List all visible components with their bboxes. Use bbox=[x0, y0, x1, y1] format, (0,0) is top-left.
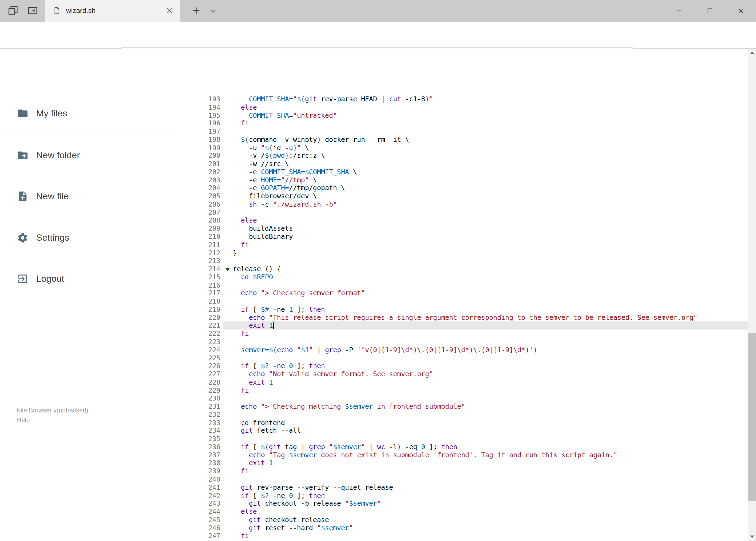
line-number[interactable]: 215 bbox=[194, 273, 223, 281]
line-number[interactable]: 198 bbox=[194, 136, 223, 144]
line-number[interactable]: 203 bbox=[194, 176, 223, 184]
line-number[interactable]: 214 bbox=[194, 265, 223, 273]
line-number[interactable]: 196 bbox=[194, 119, 223, 128]
code-line[interactable] bbox=[223, 337, 748, 346]
code-line[interactable]: git rev-parse --verify --quiet release bbox=[223, 483, 748, 491]
code-line[interactable]: -e COMMIT_SHA=$COMMIT_SHA \ bbox=[223, 168, 748, 176]
line-number[interactable]: 240 bbox=[194, 475, 223, 483]
window-close-button[interactable] bbox=[725, 0, 756, 22]
line-number[interactable]: 202 bbox=[194, 168, 223, 176]
code-line[interactable]: semver=$(echo "$1" | grep -P '^v(0|[1-9]… bbox=[223, 346, 748, 354]
line-number[interactable]: 207 bbox=[194, 208, 223, 216]
window-maximize-button[interactable] bbox=[694, 0, 725, 22]
line-number[interactable]: 216 bbox=[194, 281, 223, 289]
code-line[interactable] bbox=[223, 410, 748, 419]
line-number[interactable]: 225 bbox=[194, 354, 223, 362]
line-number[interactable]: 217 bbox=[194, 289, 223, 297]
line-number[interactable]: 193 bbox=[194, 95, 223, 103]
code-line[interactable]: fi bbox=[223, 532, 748, 540]
code-editor[interactable]: 1931941951961971981992002012022032042052… bbox=[194, 90, 748, 541]
code-line[interactable]: filebrowser/dev \ bbox=[223, 192, 748, 200]
code-line[interactable]: else bbox=[223, 216, 748, 225]
code-line[interactable] bbox=[223, 475, 748, 483]
line-number[interactable]: 244 bbox=[194, 507, 223, 516]
line-number[interactable]: 197 bbox=[194, 128, 223, 136]
line-number[interactable]: 209 bbox=[194, 225, 223, 233]
code-line[interactable]: exit 1 bbox=[223, 459, 748, 467]
line-number[interactable]: 211 bbox=[194, 241, 223, 249]
code-line[interactable]: else bbox=[223, 103, 748, 111]
line-number[interactable]: 232 bbox=[194, 410, 223, 419]
code-line[interactable] bbox=[223, 297, 748, 305]
line-number[interactable]: 195 bbox=[194, 111, 223, 119]
code-line[interactable] bbox=[223, 281, 748, 289]
code-line[interactable]: buildAssets bbox=[223, 225, 748, 233]
line-number[interactable]: 245 bbox=[194, 516, 223, 524]
tab-close-icon[interactable] bbox=[166, 7, 173, 14]
code-line[interactable]: git checkout -b release "$semver" bbox=[223, 499, 748, 507]
line-number[interactable]: 223 bbox=[194, 337, 223, 346]
line-number[interactable]: 208 bbox=[194, 216, 223, 225]
code-line[interactable]: COMMIT_SHA="$(git rev-parse HEAD | cut -… bbox=[223, 95, 748, 103]
code-line[interactable] bbox=[223, 394, 748, 402]
code-line[interactable]: if [ $# -ne 1 ]; then bbox=[223, 305, 748, 313]
line-number[interactable]: 231 bbox=[194, 402, 223, 410]
code-line[interactable] bbox=[223, 257, 748, 265]
code-line[interactable]: -e HOME="//tmp" \ bbox=[223, 176, 748, 184]
code-line[interactable]: -u "$(id -u)" \ bbox=[223, 144, 748, 152]
line-number[interactable]: 227 bbox=[194, 370, 223, 378]
line-number[interactable]: 241 bbox=[194, 483, 223, 491]
line-number[interactable]: 212 bbox=[194, 249, 223, 257]
line-number[interactable]: 238 bbox=[194, 459, 223, 467]
code-line[interactable]: cd $REPO bbox=[223, 273, 748, 281]
code-line[interactable]: fi bbox=[223, 329, 748, 337]
line-number[interactable]: 200 bbox=[194, 152, 223, 160]
sidebar-item-settings[interactable]: Settings bbox=[0, 226, 194, 250]
scrollbar-thumb[interactable] bbox=[748, 333, 756, 501]
line-number[interactable]: 242 bbox=[194, 491, 223, 499]
code-line[interactable] bbox=[223, 208, 748, 216]
sidebar-item-logout[interactable]: Logout bbox=[0, 268, 194, 290]
code-line[interactable]: fi bbox=[223, 241, 748, 249]
code-line[interactable]: fi bbox=[223, 386, 748, 394]
code-line[interactable] bbox=[223, 435, 748, 443]
code-line[interactable]: echo "> Checking matching $semver in fro… bbox=[223, 402, 748, 410]
code-line[interactable]: echo "Tag $semver does not exist in subm… bbox=[223, 451, 748, 459]
tab-preview-chevron-icon[interactable] bbox=[209, 7, 217, 15]
line-number[interactable]: 239 bbox=[194, 467, 223, 475]
line-number[interactable]: 213 bbox=[194, 257, 223, 265]
line-number[interactable]: 226 bbox=[194, 362, 223, 370]
line-number[interactable]: 220 bbox=[194, 313, 223, 322]
code-line[interactable]: buildBinary bbox=[223, 233, 748, 241]
code-line[interactable]: echo "> Checking semver format" bbox=[223, 289, 748, 297]
sidebar-item-new-file[interactable]: New file bbox=[0, 185, 194, 208]
line-number[interactable]: 222 bbox=[194, 329, 223, 337]
code-line[interactable]: git reset --hard "$semver" bbox=[223, 524, 748, 532]
line-number[interactable]: 233 bbox=[194, 419, 223, 427]
browser-tab[interactable]: wizard.sh bbox=[45, 0, 180, 22]
line-number[interactable]: 199 bbox=[194, 144, 223, 152]
line-number[interactable]: 247 bbox=[194, 532, 223, 540]
code-line[interactable] bbox=[223, 354, 748, 362]
code-line[interactable]: sh -c "./wizard.sh -b" bbox=[223, 200, 748, 208]
code-lines[interactable]: COMMIT_SHA="$(git rev-parse HEAD | cut -… bbox=[223, 90, 748, 541]
code-line[interactable]: release () { bbox=[223, 265, 748, 273]
line-number[interactable]: 210 bbox=[194, 233, 223, 241]
code-line[interactable]: if [ $? -ne 0 ]; then bbox=[223, 362, 748, 370]
line-number[interactable]: 218 bbox=[194, 297, 223, 305]
scroll-up-button[interactable] bbox=[748, 49, 756, 57]
code-line[interactable]: exit 1 bbox=[223, 378, 748, 386]
line-number[interactable]: 228 bbox=[194, 378, 223, 386]
code-line[interactable]: echo "This release script requires a sin… bbox=[223, 313, 748, 322]
help-link[interactable]: Help bbox=[17, 415, 89, 425]
line-number[interactable]: 237 bbox=[194, 451, 223, 459]
window-minimize-button[interactable] bbox=[663, 0, 694, 22]
code-line[interactable]: git checkout release bbox=[223, 516, 748, 524]
code-line[interactable]: -w //src \ bbox=[223, 160, 748, 168]
scrollbar[interactable] bbox=[748, 49, 756, 541]
set-tabs-aside-icon[interactable] bbox=[27, 5, 39, 16]
code-line[interactable]: fi bbox=[223, 119, 748, 128]
line-number[interactable]: 234 bbox=[194, 427, 223, 435]
line-number[interactable]: 236 bbox=[194, 443, 223, 451]
scroll-down-button[interactable] bbox=[748, 533, 756, 541]
